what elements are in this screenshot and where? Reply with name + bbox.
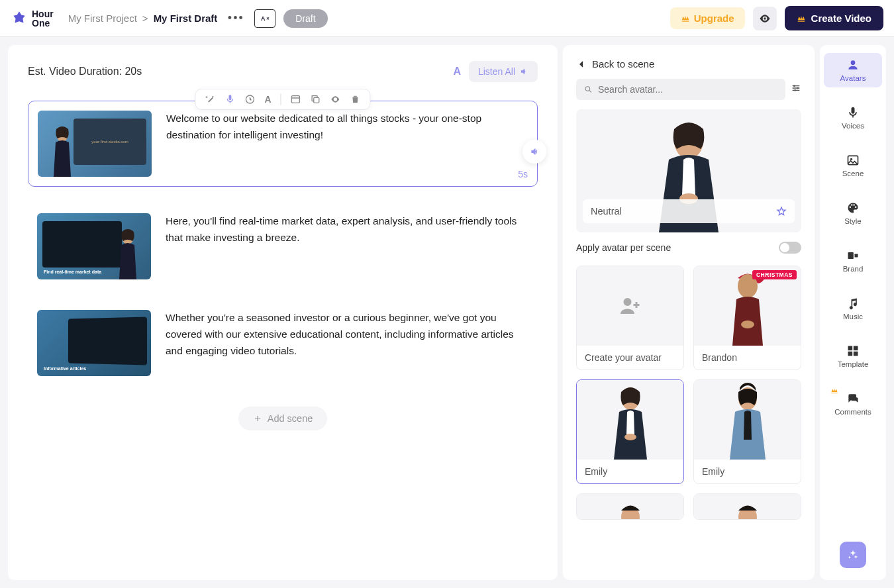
scene-toolbar: A	[195, 89, 370, 110]
scene-thumbnail[interactable]: your-first-stocks.com	[38, 111, 152, 177]
rail-comments[interactable]: Comments	[824, 387, 882, 421]
video-duration: Est. Video Duration: 20s	[28, 66, 142, 77]
music-icon	[846, 297, 860, 310]
svg-rect-30	[854, 352, 858, 356]
language-button[interactable]: A✕	[254, 9, 275, 28]
svg-rect-29	[848, 352, 853, 356]
right-rail: Avatars Voices Scene Style Brand Music T…	[820, 45, 886, 580]
upgrade-button[interactable]: Upgrade	[670, 7, 745, 29]
christmas-badge: CHRISTMAS	[752, 270, 797, 279]
search-row	[576, 79, 801, 100]
wand-icon[interactable]	[205, 94, 215, 105]
draft-status-badge: Draft	[283, 9, 327, 28]
mic-icon	[846, 106, 860, 119]
volume-icon	[529, 146, 540, 157]
apply-avatar-toggle[interactable]	[779, 242, 801, 254]
back-to-scene[interactable]: Back to scene	[576, 58, 801, 70]
user-icon	[846, 58, 860, 72]
scene-text[interactable]: Welcome to our website dedicated to all …	[166, 111, 528, 177]
svg-rect-3	[314, 97, 319, 103]
search-box[interactable]	[576, 79, 785, 100]
main-layout: Est. Video Duration: 20s A Listen All A	[0, 37, 894, 588]
search-input[interactable]	[598, 84, 777, 95]
create-avatar-card[interactable]: Create your avatar	[576, 266, 684, 370]
avatar-card-label: Create your avatar	[577, 346, 683, 369]
svg-point-10	[794, 89, 796, 91]
svg-rect-25	[848, 252, 854, 259]
hero-avatar-preview[interactable]: Neutral	[576, 109, 801, 232]
hero-overlay: Neutral	[583, 199, 795, 223]
arrow-left-icon	[576, 59, 587, 70]
avatar-card-extra-1[interactable]	[576, 493, 684, 520]
apply-avatar-row: Apply avatar per scene	[576, 242, 801, 254]
rail-brand[interactable]: Brand	[824, 244, 882, 278]
layout-icon[interactable]	[291, 94, 301, 105]
plus-icon	[253, 414, 262, 423]
rail-style[interactable]: Style	[824, 196, 882, 230]
rail-avatars[interactable]: Avatars	[824, 53, 882, 87]
avatar-figure	[601, 380, 660, 460]
visibility-icon[interactable]	[330, 94, 341, 105]
scene-3[interactable]: Informative articles Whether you're a se…	[28, 310, 538, 376]
play-scene-button[interactable]	[522, 140, 546, 164]
svg-line-7	[589, 91, 591, 93]
volume-icon	[519, 67, 528, 76]
clock-icon[interactable]	[244, 94, 255, 105]
rail-voices[interactable]: Voices	[824, 101, 882, 135]
delete-icon[interactable]	[350, 94, 361, 105]
eye-icon	[758, 12, 771, 25]
preview-button[interactable]	[753, 7, 777, 30]
rail-music[interactable]: Music	[824, 291, 882, 326]
avatar-card-emily-2[interactable]: Emily	[693, 379, 801, 484]
image-icon	[846, 154, 860, 167]
scene-text[interactable]: Whether you're a seasoned investor or a …	[166, 310, 528, 376]
mic-icon[interactable]	[224, 94, 235, 105]
svg-rect-1	[292, 96, 300, 103]
avatar-card-extra-2[interactable]	[693, 493, 801, 520]
crown-icon	[797, 14, 806, 23]
star-icon[interactable]	[776, 206, 787, 217]
breadcrumb-project[interactable]: My First Project	[68, 13, 137, 24]
comments-icon	[846, 392, 860, 405]
avatar-card-emily-1[interactable]: Emily	[576, 379, 684, 484]
scene-2[interactable]: Find real-time market data Here, you'll …	[28, 213, 538, 279]
search-icon	[584, 85, 593, 94]
svg-rect-28	[854, 346, 858, 351]
avatar-panel: Back to scene Neutral	[563, 45, 815, 580]
logo[interactable]: Hour One	[11, 9, 54, 28]
breadcrumb: My First Project > My First Draft	[68, 13, 218, 24]
rail-template[interactable]: Template	[824, 339, 882, 373]
crown-icon	[681, 14, 690, 23]
breadcrumb-draft[interactable]: My First Draft	[154, 13, 218, 24]
scene-text[interactable]: Here, you'll find real-time market data,…	[166, 213, 528, 279]
scene-thumbnail[interactable]: Informative articles	[37, 310, 151, 376]
create-video-button[interactable]: Create Video	[785, 6, 883, 30]
svg-rect-27	[848, 346, 853, 351]
palette-icon	[846, 201, 860, 215]
text-icon[interactable]: A	[264, 94, 271, 105]
filter-button[interactable]	[791, 83, 801, 96]
brand-icon	[846, 249, 860, 262]
avatar-mood-label: Neutral	[591, 206, 622, 217]
copy-icon[interactable]	[311, 94, 321, 105]
scene-thumbnail[interactable]: Find real-time market data	[37, 213, 151, 279]
add-scene-button[interactable]: Add scene	[238, 407, 328, 430]
scene-row-wrap: A your-first-stocks.com Welcome to our w…	[28, 101, 538, 187]
breadcrumb-separator: >	[142, 13, 148, 24]
add-scene-row: Add scene	[28, 407, 538, 430]
person-icon	[46, 124, 79, 177]
scene-1[interactable]: your-first-stocks.com Welcome to our web…	[28, 101, 538, 187]
crown-icon	[830, 387, 838, 396]
svg-point-13	[623, 298, 631, 306]
more-button[interactable]: •••	[225, 8, 246, 29]
magic-button[interactable]	[840, 542, 866, 568]
font-button[interactable]: A	[453, 66, 461, 77]
editor-panel: Est. Video Duration: 20s A Listen All A	[8, 45, 558, 580]
logo-icon	[11, 10, 28, 27]
listen-all-button[interactable]: Listen All	[469, 61, 538, 82]
avatar-card-brandon[interactable]: CHRISTMAS Brandon	[693, 266, 801, 370]
rail-scene[interactable]: Scene	[824, 148, 882, 183]
sparkle-icon	[847, 549, 859, 561]
svg-point-18	[624, 434, 636, 440]
logo-text-2: One	[32, 19, 54, 28]
